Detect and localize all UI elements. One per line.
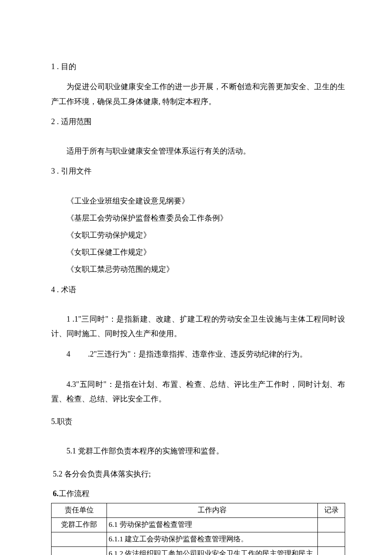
section-6-title: 工作流程 [59, 489, 89, 498]
table-header-row: 责任单位 工作内容 记录 [52, 503, 345, 518]
workflow-table: 责任单位 工作内容 记录 党群工作部 6.1 劳动保护监督检查管理 6.1.1 … [51, 503, 345, 555]
table-row: 6.1.2 依法组织职工参加公司职业安全卫生工作的民主管理和民主监督，维护职工在… [52, 547, 345, 555]
section-3-heading: 3 . 引用文件 [51, 164, 345, 178]
section-1-paragraph: 为促进公司职业健康安全工作的进一步开展，不断创造和完善更加安全、卫生的生产工作环… [51, 79, 345, 108]
section-5-1: 5.1 党群工作部负责本程序的实施管理和监督。 [51, 444, 345, 458]
section-4-heading: 4 . 术语 [51, 283, 345, 296]
cell-record [318, 532, 345, 547]
cell-unit: 党群工作部 [52, 518, 107, 532]
cell-record [318, 518, 345, 532]
cell-content: 6.1.2 依法组织职工参加公司职业安全卫生工作的民主管理和民主监督，维护职工在… [107, 547, 318, 555]
cell-unit [52, 532, 107, 547]
reference-item: 《基层工会劳动保护监督检查委员会工作条例》 [51, 211, 345, 225]
header-content: 工作内容 [107, 503, 318, 518]
cell-record [318, 547, 345, 555]
term-4-2: 4.2"三违行为"：是指违章指挥、违章作业、违反劳动纪律的行为。 [51, 347, 345, 361]
cell-content: 6.1 劳动保护监督检查管理 [107, 518, 318, 532]
reference-item: 《女职工禁忌劳动范围的规定》 [51, 262, 345, 276]
reference-item: 《女职工保健工作规定》 [51, 245, 345, 259]
cell-content: 6.1.1 建立工会劳动保护监督检查管理网络。 [107, 532, 318, 547]
term-4-1: 1 .1"三同时"：是指新建、改建、扩建工程的劳动安全卫生设施与主体工程同时设计… [51, 312, 345, 341]
section-2-paragraph: 适用于所有与职业健康安全管理体系运行有关的活动。 [51, 144, 345, 158]
reference-item: 《工业企业班组安全建设意见纲要》 [51, 194, 345, 208]
term-4-2-text: .2"三违行为"：是指违章指挥、违章作业、违反劳动纪律的行为。 [88, 350, 307, 358]
reference-list: 《工业企业班组安全建设意见纲要》 《基层工会劳动保护监督检查委员会工作条例》 《… [51, 194, 345, 277]
reference-item: 《女职工劳动保护规定》 [51, 228, 345, 242]
section-1-heading: 1 . 目的 [51, 60, 345, 73]
section-5-2: 5.2 各分会负责具体落实执行; [53, 467, 345, 481]
cell-unit [52, 547, 107, 555]
section-6-number: 6. [53, 489, 59, 498]
table-row: 党群工作部 6.1 劳动保护监督检查管理 [52, 518, 345, 532]
section-5-heading: 5.职责 [51, 415, 345, 428]
header-record: 记录 [318, 503, 345, 518]
section-6-heading: 6.工作流程 [53, 487, 345, 500]
term-4-3: 4.3"五同时"：是指在计划、布置、检查、总结、评比生产工作时，同时计划、布置、… [51, 377, 345, 406]
document-page: 1 . 目的 为促进公司职业健康安全工作的进一步开展，不断创造和完善更加安全、卫… [0, 0, 392, 555]
section-2-heading: 2 . 适用范围 [51, 115, 345, 128]
term-4-2-number: 4 [66, 347, 88, 361]
header-unit: 责任单位 [52, 503, 107, 518]
table-row: 6.1.1 建立工会劳动保护监督检查管理网络。 [52, 532, 345, 547]
